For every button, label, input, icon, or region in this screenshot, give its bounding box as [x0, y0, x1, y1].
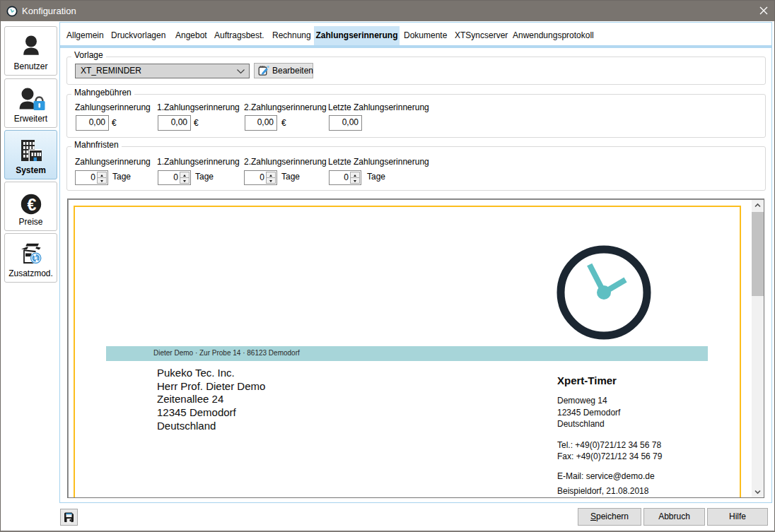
svg-text:€: € — [27, 196, 36, 214]
